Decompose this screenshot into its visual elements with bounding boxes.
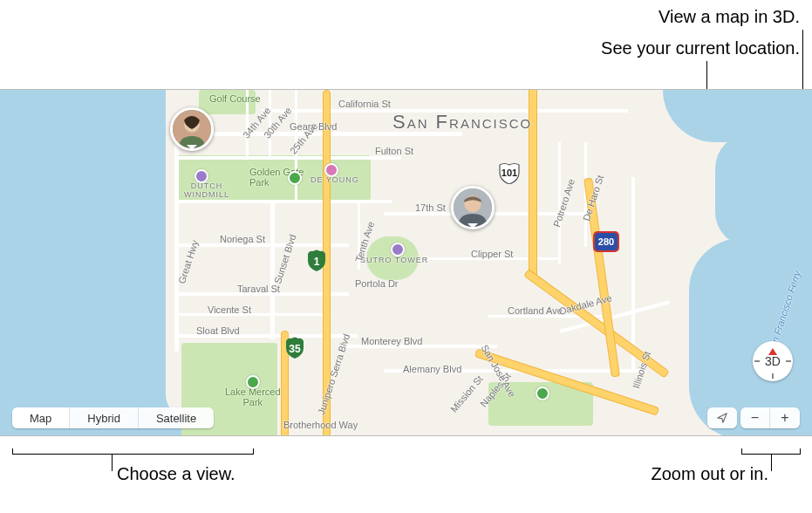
poi-lakemerced-icon bbox=[246, 375, 260, 389]
label-deyoung: DE YOUNG bbox=[310, 175, 359, 184]
zoom-in-button[interactable]: + bbox=[770, 407, 800, 428]
poi-sutro-icon bbox=[391, 243, 405, 256]
segment-map[interactable]: Map bbox=[12, 407, 70, 428]
bay-cut-3 bbox=[689, 238, 812, 436]
label-city: San Francisco bbox=[392, 111, 532, 133]
zoom-out-button[interactable]: − bbox=[740, 407, 770, 428]
label-taraval: Taraval St bbox=[237, 284, 280, 294]
locate-button[interactable] bbox=[707, 407, 737, 428]
callout-chooseview: Choose a view. bbox=[117, 464, 235, 484]
leader-chooseview-h bbox=[12, 454, 253, 455]
compass-tick bbox=[786, 360, 791, 362]
shield-is-280: 280 bbox=[593, 231, 619, 252]
label-sutro: SUTRO TOWER bbox=[360, 256, 428, 264]
poi-mclaren-icon bbox=[536, 386, 549, 400]
label-clipper: Clipper St bbox=[471, 249, 513, 259]
label-dutch-windmill: DUTCH WINDMILL bbox=[184, 181, 229, 199]
label-fulton: Fulton St bbox=[375, 146, 413, 156]
shield-ca-35: 35 bbox=[284, 336, 305, 359]
leader-chooseview-vM bbox=[112, 454, 113, 471]
callout-location: See your current location. bbox=[601, 38, 800, 58]
compass-north-indicator bbox=[768, 344, 777, 355]
leader-zoom-vM bbox=[771, 454, 772, 471]
avatar-person-2[interactable] bbox=[451, 186, 495, 229]
road-illinois bbox=[631, 177, 635, 369]
label-lakemerced: Lake Merced Park bbox=[225, 386, 281, 407]
label-monterey: Monterey Blvd bbox=[361, 336, 422, 346]
shield-us-101: 101 bbox=[498, 161, 521, 184]
leader-zoom-vL bbox=[741, 448, 742, 455]
zoom-controls: − + bbox=[740, 407, 800, 428]
label-golf: Golf Course bbox=[209, 93, 261, 104]
compass-label: 3D bbox=[765, 354, 781, 368]
label-california: California St bbox=[338, 99, 391, 109]
road-vicente bbox=[174, 313, 331, 316]
road-sunset bbox=[270, 200, 275, 339]
segment-satellite[interactable]: Satellite bbox=[139, 407, 214, 428]
poi-ggpark-icon bbox=[288, 171, 302, 185]
leader-zoom-vR bbox=[800, 448, 801, 455]
label-vicente: Vicente St bbox=[208, 304, 251, 315]
leader-chooseview-vR bbox=[253, 448, 254, 455]
road-fulton bbox=[174, 156, 401, 160]
label-17th: 17th St bbox=[415, 202, 446, 213]
label-noriega: Noriega St bbox=[220, 234, 265, 244]
label-alemany: Alemany Blvd bbox=[403, 364, 461, 374]
bay-cut-2 bbox=[715, 133, 812, 247]
callout-zoom: Zoom out or in. bbox=[651, 464, 768, 484]
label-brotherhood: Brotherhood Way bbox=[283, 420, 358, 430]
label-sloat: Sloat Blvd bbox=[196, 325, 240, 336]
compass-3d-button[interactable]: 3D bbox=[753, 341, 793, 381]
compass-tick bbox=[772, 373, 774, 379]
map-view[interactable]: San Francisco Golf Course California St … bbox=[0, 89, 812, 436]
road-greathwy bbox=[174, 125, 179, 352]
label-portola: Portola Dr bbox=[355, 278, 399, 289]
compass-tick bbox=[754, 360, 760, 362]
poi-deyoung-icon bbox=[324, 163, 338, 177]
avatar-person-1[interactable] bbox=[170, 107, 214, 151]
segment-hybrid[interactable]: Hybrid bbox=[70, 407, 139, 428]
map-view-segmented: Map Hybrid Satellite bbox=[12, 407, 214, 428]
callout-3d: View a map in 3D. bbox=[658, 7, 800, 27]
label-cortland: Cortland Ave bbox=[508, 305, 563, 316]
shield-ca-1: 1 bbox=[306, 249, 327, 271]
location-arrow-icon bbox=[716, 412, 728, 424]
leader-chooseview-vL bbox=[12, 448, 13, 455]
poi-windmill-icon bbox=[194, 169, 208, 183]
